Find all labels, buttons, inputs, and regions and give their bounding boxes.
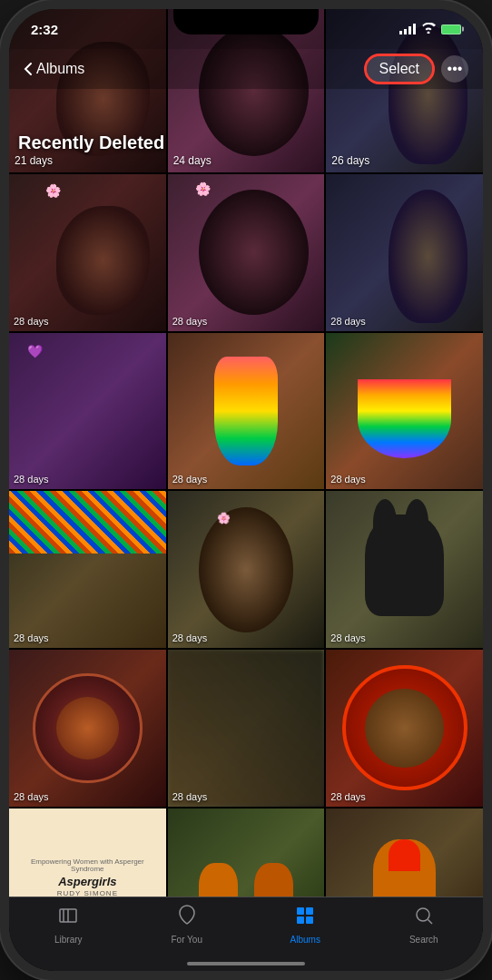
library-icon [57, 905, 79, 932]
back-label: Albums [36, 61, 84, 77]
svg-point-5 [417, 908, 429, 921]
grid-day-11: 28 days [172, 791, 208, 802]
photo-area: Recently Deleted 21 days 24 days 26 days… [9, 9, 483, 897]
status-icons [399, 22, 461, 36]
grid-day-10: 28 days [14, 791, 49, 802]
tab-albums[interactable]: Albums [273, 905, 337, 945]
grid-cell-book[interactable]: Empowering Women with Asperger Syndrome … [9, 808, 166, 897]
signal-bars-icon [399, 24, 416, 34]
grid-cell-2[interactable]: 🌸 28 days [168, 174, 325, 331]
grid-cell-10[interactable]: 28 days [9, 650, 166, 807]
svg-rect-3 [297, 916, 304, 924]
grid-day-6: 28 days [330, 474, 366, 485]
tab-for-you[interactable]: For You [155, 905, 219, 945]
battery-icon [441, 24, 461, 34]
day-label-hero-1: 21 days [15, 154, 53, 167]
tab-for-you-label: For You [172, 935, 202, 945]
wifi-icon [421, 22, 436, 36]
grid-cell-11[interactable]: 28 days [168, 650, 325, 807]
grid-day-3: 28 days [330, 316, 366, 327]
tab-bar: Library For You [9, 897, 483, 971]
grid-cell-5[interactable]: 28 days [168, 333, 325, 490]
svg-rect-1 [297, 907, 304, 915]
book-author: RUDY SIMONE [57, 889, 118, 897]
tab-albums-label: Albums [290, 935, 320, 945]
grid-cell-14[interactable]: 29 days [168, 808, 325, 897]
search-icon [413, 905, 435, 932]
phone-frame: 2:32 [0, 0, 492, 980]
photo-grid: 🌸 28 days 🌸 28 days 28 days 💜 28 days [9, 174, 483, 897]
grid-cell-12[interactable]: 28 days [326, 650, 483, 807]
svg-rect-4 [306, 916, 313, 924]
grid-day-2: 28 days [172, 316, 208, 327]
grid-day-12: 28 days [330, 791, 366, 802]
grid-day-5: 28 days [172, 474, 208, 485]
day-label-hero-3: 26 days [331, 154, 369, 167]
grid-cell-4[interactable]: 💜 28 days [9, 333, 166, 490]
nav-actions: Select ••• [367, 55, 468, 83]
svg-rect-2 [306, 907, 313, 915]
nav-bar: Albums Select ••• [9, 49, 483, 89]
grid-day-9: 28 days [330, 632, 366, 643]
notch [173, 9, 319, 34]
grid-day-8: 28 days [172, 632, 208, 643]
home-indicator [187, 962, 305, 965]
grid-cell-1[interactable]: 🌸 28 days [9, 174, 166, 331]
grid-cell-7[interactable]: 28 days [9, 491, 166, 648]
select-button[interactable]: Select [367, 56, 432, 82]
grid-cell-3[interactable]: 28 days [326, 174, 483, 331]
status-time: 2:32 [31, 22, 58, 37]
phone-screen: 2:32 [9, 9, 483, 971]
grid-cell-9[interactable]: 28 days [326, 491, 483, 648]
grid-day-7: 28 days [14, 632, 49, 643]
for-you-icon [176, 905, 198, 932]
book-title: Aspergirls [58, 876, 116, 888]
grid-cell-8[interactable]: 🌸 28 days [168, 491, 325, 648]
albums-icon [294, 905, 316, 932]
tab-search[interactable]: Search [392, 905, 456, 945]
more-button[interactable]: ••• [441, 55, 468, 83]
page-title: Recently Deleted [18, 132, 164, 153]
day-label-hero-2: 24 days [173, 154, 212, 167]
grid-cell-6[interactable]: 28 days [326, 333, 483, 490]
tab-search-label: Search [409, 935, 438, 945]
tab-library[interactable]: Library [36, 905, 100, 945]
back-button[interactable]: Albums [24, 61, 84, 77]
grid-day-4: 28 days [14, 474, 49, 485]
grid-day-1: 28 days [14, 316, 49, 327]
tab-library-label: Library [54, 935, 83, 945]
grid-cell-15[interactable]: 29 days [326, 808, 483, 897]
